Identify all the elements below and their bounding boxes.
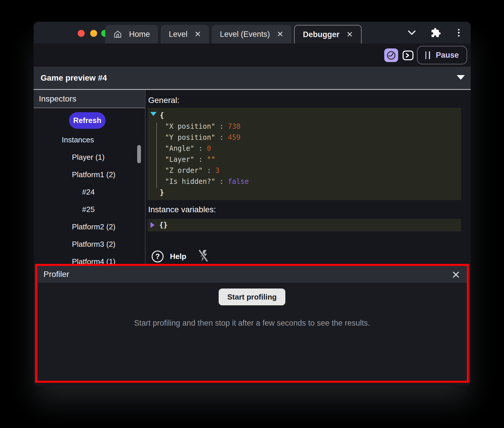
json-entry: "Is hidden?" : false	[148, 176, 461, 187]
tab-label: Level	[169, 30, 188, 39]
tab-level[interactable]: Level ✕	[161, 25, 209, 43]
close-brace: }	[160, 188, 164, 197]
help-row: Help	[152, 249, 210, 264]
close-icon[interactable]: ✕	[346, 31, 353, 39]
debugger-toolbar: Pause	[34, 43, 471, 67]
help-label[interactable]: Help	[170, 252, 186, 261]
instance-variables-label: Instance variables:	[148, 205, 216, 214]
tab-home[interactable]: Home	[105, 25, 158, 43]
instance-variables-json-viewer: {}	[148, 219, 461, 231]
app-window: Home Level ✕ Level (Events) ✕ Debugger ✕	[34, 22, 471, 386]
pause-icon	[425, 51, 430, 59]
refresh-button[interactable]: Refresh	[69, 112, 106, 129]
close-icon[interactable]: ✕	[195, 30, 201, 38]
json-entry: "Layer" : ""	[148, 154, 461, 165]
chevron-down-icon[interactable]	[407, 30, 416, 36]
profiler-header: Profiler ×	[37, 266, 467, 283]
sidebar-item-platform2-2[interactable]: Platform2 (2)	[72, 222, 115, 232]
json-entry: "Z order" : 3	[148, 165, 461, 176]
tab-label: Debugger	[303, 30, 339, 39]
sidebar-divider	[145, 90, 146, 264]
triangle-down-expander-icon[interactable]	[150, 112, 157, 116]
indent-guide	[156, 122, 157, 188]
tab-label: Home	[129, 30, 150, 39]
inspectors-title: Inspectors	[39, 94, 76, 104]
kebab-menu-icon[interactable]	[458, 29, 460, 37]
close-icon[interactable]: ✕	[277, 30, 284, 38]
tab-label: Level (Events)	[220, 30, 270, 39]
close-icon[interactable]: ×	[451, 269, 461, 280]
open-brace: {	[160, 111, 164, 119]
game-preview-row[interactable]: Game preview #4	[34, 67, 471, 90]
console-icon[interactable]	[403, 50, 414, 60]
sidebar-item-platform3-2[interactable]: Platform3 (2)	[72, 239, 115, 249]
help-question-icon[interactable]	[152, 251, 164, 262]
scrollbar-thumb[interactable]	[137, 145, 141, 163]
game-preview-title: Game preview #4	[41, 73, 107, 83]
triangle-right-expander-icon[interactable]	[151, 222, 155, 228]
profiler-title: Profiler	[43, 270, 69, 279]
traffic-light-minimize-icon[interactable]	[90, 30, 97, 37]
tab-level-events[interactable]: Level (Events) ✕	[212, 25, 291, 43]
empty-object: {}	[159, 221, 168, 229]
general-json-entries: "X position" : 738"Y position" : 459"Ang…	[148, 121, 461, 187]
json-entry: "Y position" : 459	[148, 132, 461, 143]
sidebar-item-player-1[interactable]: Player (1)	[72, 152, 105, 162]
titlebar-icons	[384, 22, 471, 43]
titlebar: Home Level ✕ Level (Events) ✕ Debugger ✕	[34, 22, 471, 43]
dropdown-chevron-icon[interactable]	[457, 75, 465, 80]
pause-button[interactable]: Pause	[417, 46, 467, 64]
json-entry: "Angle" : 0	[148, 143, 461, 154]
profiler-body: Start profiling Start profiling and then…	[37, 283, 467, 328]
flash-off-icon[interactable]	[197, 249, 210, 264]
inspectors-header: Inspectors	[34, 90, 145, 108]
profiler-hint: Start profiling and then stop it after a…	[134, 319, 370, 328]
traffic-light-close-icon[interactable]	[78, 30, 85, 37]
tab-debugger[interactable]: Debugger ✕	[294, 25, 362, 43]
start-profiling-button[interactable]: Start profiling	[219, 289, 285, 305]
pause-label: Pause	[436, 51, 459, 60]
home-icon	[113, 30, 122, 39]
general-json-viewer: { "X position" : 738"Y position" : 459"A…	[148, 108, 461, 200]
general-section-label: General:	[148, 96, 179, 105]
sidebar-item-instances[interactable]: Instances	[62, 135, 94, 145]
sidebar-item-24[interactable]: #24	[82, 187, 95, 197]
profiler-panel: Profiler × Start profiling Start profili…	[35, 264, 469, 383]
sidebar-item-25[interactable]: #25	[82, 204, 95, 214]
screenshot-stage: Home Level ✕ Level (Events) ✕ Debugger ✕	[0, 0, 504, 428]
json-entry: "X position" : 738	[148, 121, 461, 132]
profiler-gauge-icon[interactable]	[384, 48, 398, 62]
sidebar-item-platform1-2[interactable]: Platform1 (2)	[72, 170, 115, 179]
puzzle-extension-icon[interactable]	[431, 28, 441, 38]
tab-bar: Home Level ✕ Level (Events) ✕ Debugger ✕	[105, 25, 362, 43]
